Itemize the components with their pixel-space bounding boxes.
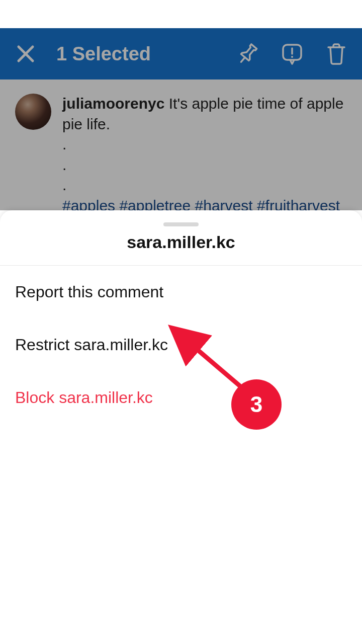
sheet-item-report[interactable]: Report this comment [0,266,362,318]
sheet-item-block[interactable]: Block sara.miller.kc [0,371,362,424]
status-bar-gap [0,0,362,28]
action-sheet: sara.miller.kc Report this comment Restr… [0,210,362,644]
trash-icon [324,41,349,66]
header-actions [235,41,349,66]
pin-icon [235,41,260,66]
close-button[interactable] [13,41,38,66]
sheet-title: sara.miller.kc [0,232,362,266]
dot-line: . [62,175,344,196]
pin-button[interactable] [235,41,260,66]
selection-header: 1 Selected [0,28,362,79]
dot-line: . [62,134,344,155]
avatar[interactable] [15,94,51,130]
selection-count-title: 1 Selected [56,43,235,65]
svg-line-2 [241,57,245,62]
report-bubble-icon [280,41,305,66]
screen: 1 Selected [0,0,362,644]
delete-button[interactable] [324,41,349,66]
close-icon [16,44,36,64]
report-button[interactable] [280,41,305,66]
sheet-item-restrict[interactable]: Restrict sara.miller.kc [0,318,362,371]
post-username[interactable]: juliamoorenyc [62,95,164,112]
dot-line: . [62,155,344,176]
sheet-grabber[interactable] [163,222,199,226]
svg-point-5 [291,56,293,58]
